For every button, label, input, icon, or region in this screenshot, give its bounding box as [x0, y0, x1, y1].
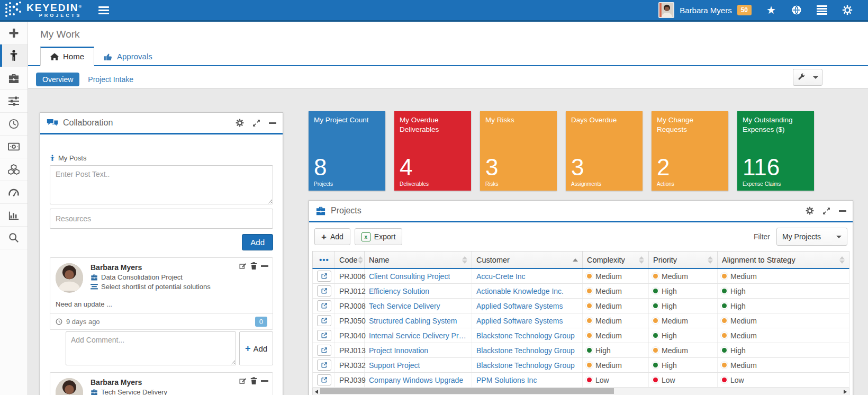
open-project-button[interactable] — [317, 345, 331, 356]
sidebar-item-time[interactable] — [0, 113, 28, 136]
alignment-dot — [722, 378, 727, 382]
kpi-card[interactable]: My Outstanding Expenses ($) 116 Expense … — [737, 111, 814, 191]
customer-link[interactable]: Applied Software Systems — [476, 317, 563, 325]
open-project-button[interactable] — [317, 374, 331, 385]
column-priority[interactable]: Priority — [649, 252, 718, 268]
project-name-link[interactable]: Structured Cabling System — [369, 317, 457, 325]
customer-link[interactable]: PPM Solutions Inc — [476, 376, 537, 384]
widget-expand-icon[interactable] — [822, 207, 830, 215]
scrollbar-thumb[interactable] — [320, 388, 614, 394]
project-name-link[interactable]: Client Consulting Project — [369, 272, 450, 281]
post-project[interactable]: Tech Service Delivery — [101, 388, 167, 395]
notification-count-badge[interactable]: 50 — [737, 5, 752, 15]
filter-dropdown[interactable]: My Projects — [776, 228, 847, 246]
sidebar-item-search[interactable] — [0, 227, 28, 249]
list-menu-icon[interactable] — [816, 4, 828, 16]
sidebar-item-projects[interactable] — [0, 67, 28, 90]
complexity-value: Medium — [595, 272, 622, 281]
excel-icon: x — [361, 232, 370, 241]
horizontal-scrollbar[interactable] — [312, 388, 849, 395]
favorites-star-icon[interactable]: ★ — [765, 4, 777, 16]
post-project[interactable]: Data Consolidation Project — [101, 273, 183, 281]
open-project-button[interactable] — [317, 360, 331, 371]
sidebar-item-settings-sliders[interactable] — [0, 90, 28, 113]
hamburger-menu-icon[interactable] — [96, 3, 111, 18]
export-button[interactable]: x Export — [355, 228, 402, 245]
kpi-unit: Deliverables — [400, 181, 429, 187]
sidebar-item-dashboard[interactable] — [0, 181, 28, 204]
kpi-card[interactable]: My Risks 3 Risks — [480, 111, 557, 191]
project-name-link[interactable]: Project Innovation — [369, 346, 428, 355]
open-project-button[interactable] — [317, 330, 331, 341]
home-icon — [50, 53, 59, 60]
scroll-right-arrow[interactable] — [842, 388, 849, 395]
open-project-button[interactable] — [317, 285, 331, 297]
project-name-link[interactable]: Support Project — [369, 361, 420, 370]
post-text-input[interactable] — [50, 165, 273, 204]
edit-post-icon[interactable] — [239, 377, 247, 384]
open-project-button[interactable] — [317, 300, 331, 311]
add-comment-button[interactable]: +Add — [239, 331, 273, 365]
open-project-button[interactable] — [317, 315, 331, 326]
kpi-card[interactable]: Days Overdue 3 Assignments — [566, 111, 643, 191]
widget-settings-gear-icon[interactable] — [236, 119, 244, 127]
keyedin-logo[interactable]: KEYEDIN® PROJECTS — [4, 2, 82, 19]
gear-icon[interactable] — [842, 4, 853, 16]
complexity-dot — [587, 363, 592, 367]
widget-settings-gear-icon[interactable] — [806, 207, 814, 215]
widget-expand-icon[interactable] — [252, 119, 260, 127]
collapse-post-icon[interactable] — [261, 265, 268, 267]
post-task[interactable]: Select shortlist of potential solutions — [101, 283, 211, 291]
customer-link[interactable]: Actionable Knowledge Inc. — [476, 287, 564, 295]
edit-post-icon[interactable] — [239, 262, 247, 270]
alignment-value: Low — [730, 376, 744, 384]
customer-link[interactable]: Blackstone Technology Group — [476, 346, 575, 355]
project-name-link[interactable]: Company Windows Upgrade — [369, 376, 463, 384]
complexity-value: Medium — [595, 317, 622, 325]
sidebar-item-add[interactable] — [0, 22, 28, 44]
globe-icon[interactable] — [791, 4, 802, 16]
customer-link[interactable]: Blackstone Technology Group — [476, 361, 575, 370]
sidebar-item-products[interactable] — [0, 158, 28, 181]
comment-input[interactable] — [66, 331, 236, 365]
column-code[interactable]: Code — [335, 252, 365, 268]
scroll-left-arrow[interactable] — [313, 388, 320, 395]
project-name-link[interactable]: Efficiency Solution — [369, 287, 429, 295]
customer-link[interactable]: Accu-Crete Inc — [476, 272, 526, 281]
widget-collapse-icon[interactable] — [269, 122, 276, 124]
page-title: My Work — [40, 29, 868, 40]
brand-registered-mark: ® — [78, 4, 82, 8]
customer-link[interactable]: Applied Software Systems — [476, 302, 563, 310]
add-project-button[interactable]: + Add — [314, 228, 350, 245]
add-post-button[interactable]: Add — [242, 234, 273, 250]
project-name-link[interactable]: Tech Service Delivery — [369, 302, 440, 310]
column-alignment[interactable]: Alignment to Strategy — [718, 252, 849, 268]
column-menu-header[interactable]: ••• — [313, 252, 335, 268]
subtab-overview[interactable]: Overview — [36, 73, 79, 86]
sidebar-item-expenses[interactable] — [0, 136, 28, 158]
tab-approvals[interactable]: Approvals — [94, 47, 162, 65]
project-name-link[interactable]: Internal Service Delivery Project — [369, 331, 468, 340]
column-name[interactable]: Name — [365, 252, 472, 268]
column-complexity[interactable]: Complexity — [583, 252, 649, 268]
resources-input[interactable] — [50, 209, 273, 229]
open-project-button[interactable] — [317, 271, 331, 282]
kpi-card[interactable]: My Overdue Deliverables 4 Deliverables — [394, 111, 471, 191]
collapse-post-icon[interactable] — [261, 380, 268, 382]
column-customer[interactable]: Customer — [472, 252, 583, 268]
page-tools-button[interactable] — [793, 69, 822, 86]
tab-strip: Home Approvals — [28, 47, 868, 66]
customer-link[interactable]: Blackstone Technology Group — [476, 331, 575, 340]
kpi-card[interactable]: My Project Count 8 Projects — [309, 111, 385, 191]
comment-count-badge[interactable]: 0 — [255, 317, 267, 327]
sort-icon — [708, 256, 714, 264]
sidebar-item-reports[interactable] — [0, 204, 28, 227]
tab-home[interactable]: Home — [40, 47, 94, 66]
sidebar-item-my-work[interactable] — [0, 44, 28, 67]
delete-post-icon[interactable] — [250, 377, 257, 384]
delete-post-icon[interactable] — [250, 262, 257, 270]
user-menu[interactable]: Barbara Myers 50 — [658, 2, 752, 18]
widget-collapse-icon[interactable] — [839, 210, 846, 212]
kpi-card[interactable]: My Change Requests 2 Actions — [652, 111, 728, 191]
subtab-project-intake[interactable]: Project Intake — [88, 75, 133, 84]
